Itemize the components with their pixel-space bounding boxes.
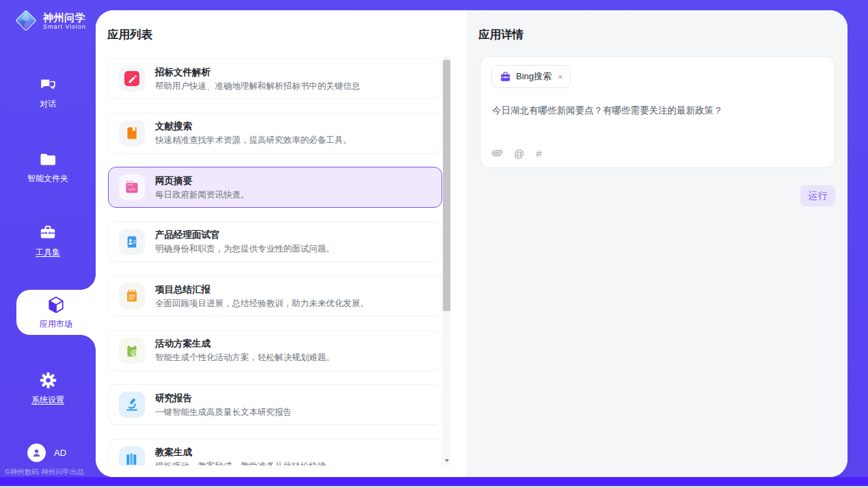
- notepad-icon: [124, 288, 139, 303]
- app-card[interactable]: 项目总结汇报 全面回顾项目进展，总结经验教训，助力未来优化发展。: [108, 275, 442, 316]
- app-card-title: 产品经理面试官: [155, 229, 335, 241]
- app-card-text: 文献搜索 快速精准查找学术资源，提高研究效率的必备工具。: [155, 120, 352, 146]
- avatar: [27, 444, 46, 462]
- app-card-description: 明确身份和职责，为您提供专业性的面试问题。: [155, 243, 335, 254]
- app-card-title: 网页摘要: [155, 175, 249, 187]
- app-card-text: 招标文件解析 帮助用户快速、准确地理解和解析招标书中的关键信息: [155, 66, 360, 92]
- book-icon: [124, 126, 139, 141]
- app-card-description: 一键智能生成高质量长文本研究报告: [155, 407, 292, 418]
- app-card[interactable]: 活动方案生成 智能生成个性化活动方案，轻松解决规划难题。: [108, 330, 442, 371]
- app-icon-box: [119, 446, 145, 466]
- app-card-text: 产品经理面试官 明确身份和职责，为您提供专业性的面试问题。: [155, 229, 335, 254]
- briefcase-icon: [500, 71, 511, 83]
- app-card-description: 智能生成个性化活动方案，轻松解决规划难题。: [155, 352, 335, 363]
- brand-name: 神州问学: [43, 12, 86, 23]
- prompt-text[interactable]: 今日湖北有哪些新闻要点？有哪些需要关注的最新政策？: [492, 104, 821, 117]
- app-icon-box: [119, 283, 145, 309]
- app-detail-title: 应用详情: [478, 27, 524, 42]
- svg-text:</>: </>: [128, 187, 135, 191]
- brand-text: 神州问学 Smart Vision: [43, 12, 86, 30]
- sidebar-item-label: 系统设置: [31, 394, 64, 406]
- app-card-description: 每日政府新闻资讯快查。: [155, 189, 249, 200]
- prompt-toolbar: @ #: [492, 148, 542, 159]
- app-detail-panel: 应用详情 Bing搜索 × 今日湖北有哪些新闻要点？有哪些需要关注的最新政策？: [467, 10, 847, 477]
- cube-icon: [46, 295, 66, 315]
- app-card-description: 全面回顾项目进展，总结经验教训，助力未来优化发展。: [155, 298, 369, 309]
- sidebar-item-label: 对话: [40, 98, 56, 110]
- app-card-description: 模板驱动，教案秒成，教学准备从此轻松快捷: [155, 461, 326, 465]
- brand-subtitle: Smart Vision: [43, 23, 86, 30]
- sidebar-item-chat[interactable]: 对话: [0, 75, 96, 110]
- scrollbar-down-arrow[interactable]: [443, 456, 450, 465]
- sidebar-item-label: 工具集: [36, 247, 60, 258]
- user-initials: AD: [54, 448, 66, 458]
- copyright-text: ©神州数码·神州问学出品: [5, 467, 84, 477]
- mention-icon[interactable]: @: [514, 148, 524, 159]
- sidebar-item-app-market[interactable]: 应用市场: [16, 290, 96, 335]
- app-icon-box: </>: [119, 174, 145, 200]
- gear-icon: [38, 370, 58, 390]
- user-account[interactable]: AD: [27, 444, 66, 462]
- microscope-icon: [124, 397, 139, 412]
- app-list: 招标文件解析 帮助用户快速、准确地理解和解析招标书中的关键信息 文献搜索 快速精…: [108, 58, 442, 465]
- hash-icon[interactable]: #: [536, 148, 541, 159]
- app-card-text: 网页摘要 每日政府新闻资讯快查。: [155, 175, 249, 200]
- tag-close-icon[interactable]: ×: [558, 72, 563, 81]
- sidebar-item-smart-folder[interactable]: 智能文件夹: [0, 150, 96, 185]
- app-card[interactable]: 教案生成 模板驱动，教案秒成，教学准备从此轻松快捷: [108, 439, 442, 466]
- brand-logo: 神州问学 Smart Vision: [14, 8, 86, 33]
- app-icon-box: [119, 66, 145, 92]
- app-card[interactable]: 文献搜索 快速精准查找学术资源，提高研究效率的必备工具。: [108, 113, 442, 154]
- interview-doc-icon: [124, 234, 139, 249]
- chat-icon: [38, 75, 57, 94]
- app-card-text: 研究报告 一键智能生成高质量长文本研究报告: [155, 392, 292, 418]
- app-card-title: 招标文件解析: [155, 66, 360, 78]
- edit-pen-icon: [124, 71, 139, 86]
- tool-tag-bing-search[interactable]: Bing搜索 ×: [491, 65, 571, 88]
- app-card-title: 项目总结汇报: [155, 284, 369, 295]
- app-card[interactable]: 研究报告 一键智能生成高质量长文本研究报告: [108, 384, 442, 425]
- sidebar: 神州问学 Smart Vision 对话 智能文件夹 工具集: [0, 0, 96, 477]
- tool-tag-label: Bing搜索: [516, 70, 552, 83]
- app-card[interactable]: 招标文件解析 帮助用户快速、准确地理解和解析招标书中的关键信息: [108, 58, 442, 99]
- clipboard-check-icon: [124, 343, 139, 358]
- app-icon-box: [119, 229, 145, 255]
- brand-diamond-icon: [14, 8, 38, 33]
- app-list-panel: 应用列表 招标文件解析 帮助用户快速、准确地理解和解析招标书中的关键信息: [96, 10, 467, 477]
- app-card-description: 帮助用户快速、准确地理解和解析招标书中的关键信息: [155, 81, 360, 92]
- toolbox-icon: [38, 223, 57, 243]
- books-icon: [124, 452, 139, 466]
- scrollbar[interactable]: [443, 56, 450, 465]
- sidebar-item-toolset[interactable]: 工具集: [0, 223, 96, 258]
- app-card-title: 研究报告: [155, 392, 292, 404]
- app-card-text: 教案生成 模板驱动，教案秒成，教学准备从此轻松快捷: [155, 446, 326, 465]
- app-card-title: 文献搜索: [155, 120, 352, 132]
- sidebar-item-label: 应用市场: [40, 318, 72, 330]
- prompt-card[interactable]: Bing搜索 × 今日湖北有哪些新闻要点？有哪些需要关注的最新政策？ @ #: [480, 56, 835, 168]
- app-icon-box: [119, 338, 145, 364]
- app-list-title: 应用列表: [107, 27, 152, 42]
- folder-icon: [38, 150, 57, 169]
- person-icon: [30, 446, 43, 459]
- app-card-description: 快速精准查找学术资源，提高研究效率的必备工具。: [155, 135, 352, 146]
- app-icon-box: [119, 392, 145, 418]
- app-window: 神州问学 Smart Vision 对话 智能文件夹 工具集: [0, 0, 868, 488]
- scrollbar-thumb[interactable]: [443, 60, 450, 311]
- bottom-accent-bar: [0, 477, 868, 486]
- app-card-title: 活动方案生成: [155, 338, 335, 349]
- main-window: 应用列表 招标文件解析 帮助用户快速、准确地理解和解析招标书中的关键信息: [96, 10, 847, 477]
- sidebar-item-label: 智能文件夹: [27, 173, 68, 185]
- app-card[interactable]: 产品经理面试官 明确身份和职责，为您提供专业性的面试问题。: [108, 221, 442, 262]
- sidebar-item-settings[interactable]: 系统设置: [0, 370, 96, 406]
- attachment-icon[interactable]: [490, 146, 505, 161]
- browser-code-icon: </>: [124, 180, 139, 195]
- app-card-title: 教案生成: [155, 446, 326, 458]
- app-card-text: 项目总结汇报 全面回顾项目进展，总结经验教训，助力未来优化发展。: [155, 284, 369, 309]
- run-button[interactable]: 运行: [800, 185, 835, 206]
- app-card[interactable]: </> 网页摘要 每日政府新闻资讯快查。: [108, 167, 442, 208]
- app-card-text: 活动方案生成 智能生成个性化活动方案，轻松解决规划难题。: [155, 338, 335, 363]
- app-icon-box: [119, 120, 145, 146]
